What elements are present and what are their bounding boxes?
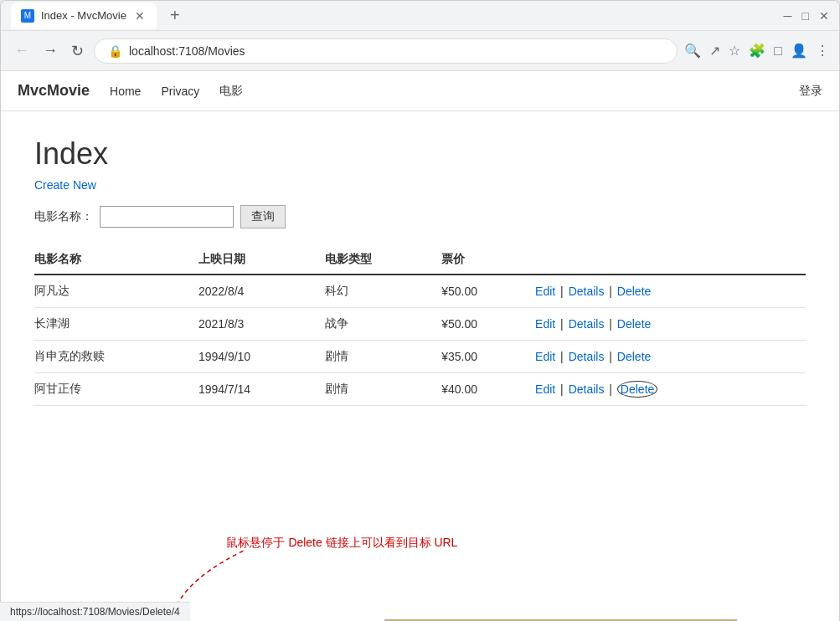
address-bar: ← → ↻ 🔒 localhost:7108/Movies 🔍 ↗ ☆ 🧩 □ … — [1, 31, 839, 71]
edit-link[interactable]: Edit — [535, 285, 555, 298]
separator: | — [560, 350, 567, 363]
col-header-date: 上映日期 — [198, 245, 326, 275]
table-row: 阿凡达 2022/8/4 科幻 ¥50.00 Edit | Details | … — [34, 275, 806, 308]
create-new-link[interactable]: Create New — [34, 178, 96, 192]
reload-button[interactable]: ↻ — [68, 38, 87, 64]
col-header-name: 电影名称 — [34, 245, 198, 275]
extensions-icon[interactable]: 🧩 — [749, 43, 765, 59]
table-row: 肖申克的救赎 1994/9/10 剧情 ¥35.00 Edit | Detail… — [34, 341, 806, 373]
nav-privacy[interactable]: Privacy — [161, 85, 199, 98]
col-header-actions — [535, 245, 806, 275]
edit-link[interactable]: Edit — [535, 317, 555, 331]
login-link[interactable]: 登录 — [799, 84, 822, 99]
search-label: 电影名称： — [34, 209, 93, 224]
cell-actions: Edit | Details | Delete — [535, 275, 806, 308]
tab-favicon: M — [21, 9, 34, 23]
edit-link[interactable]: Edit — [535, 350, 555, 363]
tab-title: Index - MvcMovie — [41, 9, 126, 22]
forward-button[interactable]: → — [39, 38, 61, 63]
lock-icon: 🔒 — [108, 44, 122, 58]
separator: | — [609, 317, 616, 331]
minimize-button[interactable]: ─ — [784, 9, 792, 23]
cell-name: 阿凡达 — [34, 275, 198, 308]
cell-genre: 剧情 — [325, 341, 441, 373]
cell-actions: Edit | Details | Delete — [535, 341, 806, 373]
search-icon[interactable]: 🔍 — [684, 43, 701, 59]
new-tab-button[interactable]: + — [163, 6, 187, 25]
cell-date: 1994/7/14 — [198, 373, 326, 406]
table-row: 长津湖 2021/8/3 战争 ¥50.00 Edit | Details | … — [34, 308, 806, 341]
cell-name: 肖申克的救赎 — [34, 341, 198, 373]
separator: | — [609, 382, 616, 396]
table-row: 阿甘正传 1994/7/14 剧情 ¥40.00 Edit | Details … — [34, 373, 806, 406]
main-content: Index Create New 电影名称： 查询 电影名称 上映日期 电影类型… — [1, 111, 839, 513]
browser-toolbar: 🔍 ↗ ☆ 🧩 □ 👤 ⋮ — [684, 43, 829, 59]
status-bar: https://localhost:7108/Movies/Delete/4 — [0, 602, 190, 621]
back-button[interactable]: ← — [11, 38, 33, 63]
separator: | — [560, 317, 567, 331]
details-link[interactable]: Details — [569, 350, 605, 363]
bookmark-icon[interactable]: ☆ — [729, 43, 740, 59]
cell-date: 1994/9/10 — [198, 341, 326, 373]
nav-movies[interactable]: 电影 — [219, 84, 243, 99]
delete-link[interactable]: Delete — [617, 350, 651, 363]
maximize-button[interactable]: □ — [802, 9, 809, 23]
nav-home[interactable]: Home — [110, 85, 141, 98]
details-link[interactable]: Details — [569, 317, 605, 331]
page-title: Index — [34, 136, 806, 172]
search-form: 电影名称： 查询 — [34, 205, 806, 228]
menu-icon[interactable]: ⋮ — [816, 43, 829, 59]
table-header-row: 电影名称 上映日期 电影类型 票价 — [34, 245, 806, 275]
cell-date: 2021/8/3 — [198, 308, 326, 341]
app-nav: MvcMovie Home Privacy 电影 登录 — [1, 71, 839, 111]
separator: | — [560, 285, 567, 298]
col-header-price: 票价 — [441, 245, 535, 275]
delete-link[interactable]: Delete — [617, 381, 657, 398]
search-input[interactable] — [100, 206, 234, 228]
separator: | — [609, 285, 616, 298]
cell-genre: 科幻 — [325, 275, 441, 308]
account-icon[interactable]: 👤 — [791, 43, 807, 59]
tab-bar: M Index - MvcMovie ✕ + — [11, 3, 187, 29]
cell-name: 阿甘正传 — [34, 373, 198, 406]
tab-close-button[interactable]: ✕ — [133, 8, 147, 24]
separator: | — [609, 350, 616, 363]
cell-price: ¥40.00 — [441, 373, 535, 406]
details-link[interactable]: Details — [569, 382, 605, 396]
cell-actions: Edit | Details | Delete — [535, 308, 806, 341]
cell-actions: Edit | Details | Delete — [535, 373, 806, 406]
edit-link[interactable]: Edit — [535, 382, 555, 396]
cell-price: ¥35.00 — [441, 341, 535, 373]
cell-genre: 剧情 — [325, 373, 441, 406]
details-link[interactable]: Details — [569, 285, 605, 298]
title-bar: M Index - MvcMovie ✕ + ─ □ ✕ — [1, 1, 839, 31]
active-tab[interactable]: M Index - MvcMovie ✕ — [11, 3, 157, 29]
share-icon[interactable]: ↗ — [709, 43, 720, 59]
svg-text:鼠标悬停于 Delete 链接上可以看到目标 URL: 鼠标悬停于 Delete 链接上可以看到目标 URL — [227, 536, 458, 549]
cell-date: 2022/8/4 — [198, 275, 326, 308]
movie-table: 电影名称 上映日期 电影类型 票价 阿凡达 2022/8/4 科幻 ¥50.00… — [34, 245, 806, 406]
status-url: https://localhost:7108/Movies/Delete/4 — [10, 606, 180, 618]
delete-link[interactable]: Delete — [617, 285, 651, 298]
close-button[interactable]: ✕ — [819, 9, 829, 23]
url-text: localhost:7108/Movies — [129, 44, 663, 58]
cell-name: 长津湖 — [34, 308, 198, 341]
delete-link[interactable]: Delete — [617, 317, 651, 331]
app-brand[interactable]: MvcMovie — [18, 82, 90, 100]
separator: | — [560, 382, 567, 396]
search-button[interactable]: 查询 — [240, 205, 286, 228]
col-header-genre: 电影类型 — [325, 245, 441, 275]
window-controls: ─ □ ✕ — [784, 9, 829, 23]
url-bar[interactable]: 🔒 localhost:7108/Movies — [94, 38, 678, 64]
cell-genre: 战争 — [325, 308, 441, 341]
cell-price: ¥50.00 — [441, 275, 535, 308]
cell-price: ¥50.00 — [441, 308, 535, 341]
profile-icon[interactable]: □ — [774, 44, 782, 59]
